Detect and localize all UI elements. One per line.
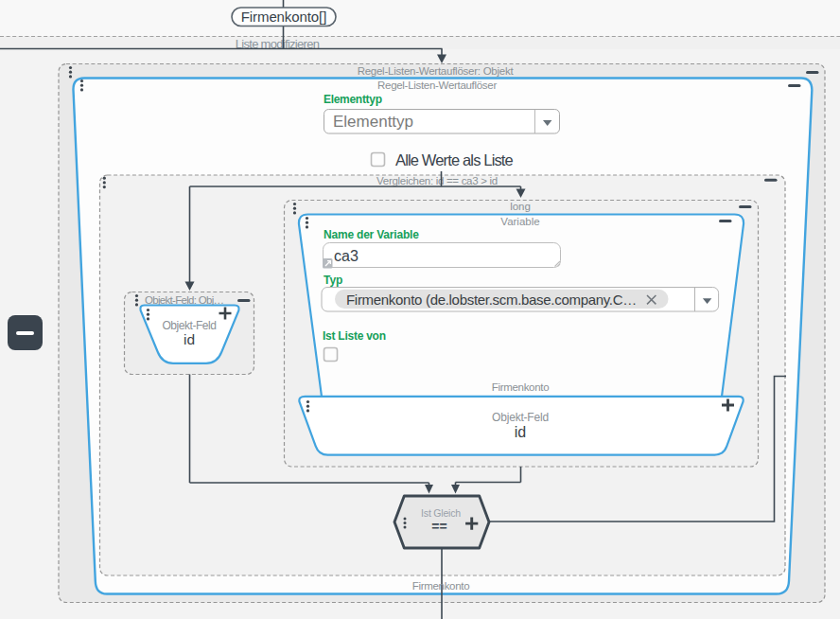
svg-text:Objekt-Feld: Objekt-Feld: [162, 319, 216, 332]
svg-text:Firmenkonto[]: Firmenkonto[]: [241, 9, 326, 25]
svg-text:Objekt-Feld: Obj…: Objekt-Feld: Obj…: [145, 294, 223, 306]
svg-text:==: ==: [431, 519, 446, 534]
svg-text:long: long: [510, 201, 531, 212]
svg-text:Elementtyp: Elementtyp: [333, 113, 413, 131]
svg-text:Objekt-Feld: Objekt-Feld: [492, 411, 549, 424]
svg-text:Regel-Listen-Wertauflöser: Obj: Regel-Listen-Wertauflöser: Objekt: [358, 65, 515, 77]
svg-text:Elementtyp: Elementtyp: [324, 93, 382, 106]
svg-text:id: id: [184, 331, 195, 347]
svg-text:Firmenkonto (de.lobster.scm.ba: Firmenkonto (de.lobster.scm.base.company…: [346, 292, 637, 308]
svg-text:Ist Gleich: Ist Gleich: [421, 507, 461, 519]
svg-text:ca3: ca3: [334, 248, 359, 264]
svg-text:Regel-Listen-Wertauflöser: Regel-Listen-Wertauflöser: [377, 80, 497, 91]
svg-text:Ist Liste von: Ist Liste von: [323, 329, 386, 343]
svg-text:id: id: [515, 424, 526, 440]
svg-text:Variable: Variable: [500, 216, 539, 227]
svg-text:Name der Variable: Name der Variable: [324, 228, 419, 241]
svg-text:Vergleichen: id == ca3 > id: Vergleichen: id == ca3 > id: [376, 175, 498, 186]
svg-text:Firmenkonto: Firmenkonto: [492, 381, 550, 393]
svg-text:Alle Werte als Liste: Alle Werte als Liste: [395, 151, 514, 168]
svg-text:Typ: Typ: [324, 274, 342, 287]
svg-text:Firmenkonto: Firmenkonto: [412, 580, 470, 592]
